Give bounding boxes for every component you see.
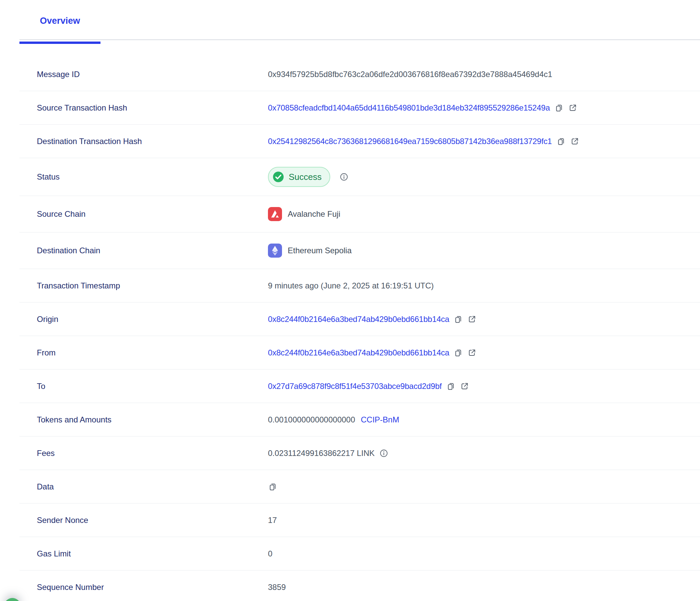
table-row-message-id: Message ID 0x934f57925b5d8fbc763c2a06dfe… [20, 58, 700, 91]
message-id-value: 0x934f57925b5d8fbc763c2a06dfe2d003676816… [268, 70, 552, 79]
source-chain-name: Avalanche Fuji [288, 209, 340, 219]
external-link-icon[interactable] [460, 381, 469, 391]
table-row-status: Status Success [20, 158, 700, 196]
copy-icon[interactable] [556, 137, 566, 146]
external-link-icon[interactable] [570, 137, 579, 146]
table-row-source-chain: Source Chain Avalanche Fuji [20, 196, 700, 232]
row-label: Status [20, 172, 268, 181]
table-row-data: Data [20, 470, 700, 503]
row-label: Transaction Timestamp [20, 281, 268, 291]
row-label: Fees [20, 449, 268, 458]
table-row-fees: Fees 0.023112499163862217 LINK [20, 436, 700, 470]
copy-icon[interactable] [446, 381, 455, 391]
table-row-destination-chain: Destination Chain Ethereum Sepolia [20, 232, 700, 269]
external-link-icon[interactable] [568, 103, 577, 112]
chat-widget-button[interactable] [4, 598, 21, 601]
table-row-destination-tx-hash: Destination Transaction Hash 0x254129825… [20, 125, 700, 158]
copy-icon[interactable] [268, 482, 277, 492]
status-badge: Success [268, 167, 330, 187]
row-label: Source Transaction Hash [20, 103, 268, 112]
row-label: To [20, 381, 268, 391]
row-label: Data [20, 482, 268, 492]
external-link-icon[interactable] [467, 348, 477, 357]
table-row-timestamp: Transaction Timestamp 9 minutes ago (Jun… [20, 269, 700, 302]
source-tx-hash-link[interactable]: 0x70858cfeadcfbd1404a65dd4116b549801bde3… [268, 103, 550, 112]
transaction-details-table: Message ID 0x934f57925b5d8fbc763c2a06dfe… [20, 43, 700, 601]
table-row-tokens-amounts: Tokens and Amounts 0.001000000000000000 … [20, 403, 700, 436]
row-label: Sequence Number [20, 582, 268, 592]
gas-limit-value: 0 [268, 549, 272, 558]
origin-address-link[interactable]: 0x8c244f0b2164e6a3bed74ab429b0ebd661bb14… [268, 315, 449, 324]
table-row-origin: Origin 0x8c244f0b2164e6a3bed74ab429b0ebd… [20, 302, 700, 336]
status-badge-label: Success [289, 172, 322, 182]
row-label: Origin [20, 315, 268, 324]
external-link-icon[interactable] [467, 315, 477, 324]
to-address-link[interactable]: 0x27d7a69c878f9c8f51f4e53703abce9bacd2d9… [268, 381, 442, 391]
table-row-sequence-number: Sequence Number 3859 [20, 571, 700, 601]
row-label: Gas Limit [20, 549, 268, 558]
table-row-from: From 0x8c244f0b2164e6a3bed74ab429b0ebd66… [20, 336, 700, 370]
table-row-source-tx-hash: Source Transaction Hash 0x70858cfeadcfbd… [20, 91, 700, 125]
tab-bar: Overview [0, 0, 700, 43]
copy-icon[interactable] [554, 103, 564, 112]
row-label: Source Chain [20, 209, 268, 219]
copy-icon[interactable] [453, 348, 463, 357]
destination-chain-name: Ethereum Sepolia [288, 246, 352, 255]
destination-tx-hash-link[interactable]: 0x25412982564c8c7363681296681649ea7159c6… [268, 137, 552, 146]
avalanche-logo-icon [268, 207, 282, 221]
row-label: Destination Transaction Hash [20, 137, 268, 146]
token-name-link[interactable]: CCIP-BnM [361, 415, 399, 424]
fees-value: 0.023112499163862217 LINK [268, 449, 375, 458]
info-icon[interactable] [339, 172, 349, 181]
tab-underline-track [20, 39, 700, 40]
timestamp-value: 9 minutes ago (June 2, 2025 at 16:19:51 … [268, 281, 434, 291]
token-amount-value: 0.001000000000000000 [268, 415, 355, 424]
ethereum-logo-icon [268, 244, 282, 258]
table-row-gas-limit: Gas Limit 0 [20, 537, 700, 571]
sender-nonce-value: 17 [268, 516, 277, 525]
table-row-to: To 0x27d7a69c878f9c8f51f4e53703abce9bacd… [20, 370, 700, 403]
row-label: From [20, 348, 268, 357]
row-label: Message ID [20, 70, 268, 79]
row-label: Destination Chain [20, 246, 268, 255]
sequence-number-value: 3859 [268, 582, 286, 592]
table-row-sender-nonce: Sender Nonce 17 [20, 503, 700, 537]
from-address-link[interactable]: 0x8c244f0b2164e6a3bed74ab429b0ebd661bb14… [268, 348, 449, 357]
row-label: Tokens and Amounts [20, 415, 268, 424]
check-circle-icon [272, 171, 285, 183]
row-label: Sender Nonce [20, 516, 268, 525]
info-icon[interactable] [379, 449, 389, 458]
tab-overview[interactable]: Overview [20, 0, 100, 44]
copy-icon[interactable] [453, 315, 463, 324]
